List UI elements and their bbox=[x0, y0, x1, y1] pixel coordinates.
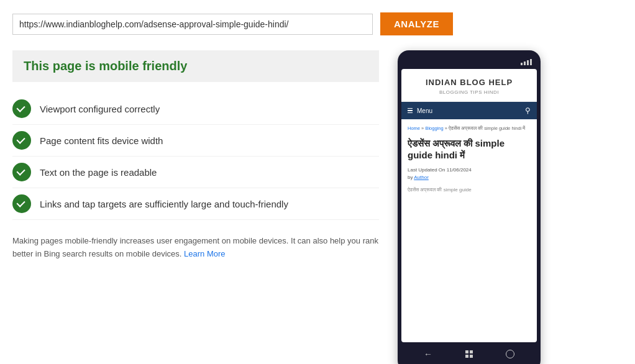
article-title: ऐडसेंस अप्रूवल की simple guide hindi में bbox=[408, 137, 531, 162]
article-by: by bbox=[408, 175, 413, 180]
phone-top-bar bbox=[401, 57, 537, 69]
phone-bottom-bar: ← bbox=[401, 342, 537, 363]
left-panel: This page is mobile friendly Viewport co… bbox=[12, 50, 379, 261]
breadcrumb: Home » Blogging » ऐडसेंस अप्रूवल की simp… bbox=[408, 125, 531, 132]
check-label-text: Text on the page is readable bbox=[40, 167, 157, 178]
check-icon-links bbox=[12, 194, 31, 213]
hamburger-icon bbox=[408, 108, 413, 114]
breadcrumb-current: ऐडसेंस अप्रूवल की simple guide hindi में bbox=[449, 125, 525, 131]
page-content: Home » Blogging » ऐडसेंस अप्रूवल की simp… bbox=[401, 119, 537, 199]
windows-icon bbox=[465, 350, 473, 358]
url-input[interactable]: https://www.indianbloghelp.com/adsense-a… bbox=[12, 14, 373, 35]
back-button[interactable]: ← bbox=[421, 347, 436, 362]
check-label-links: Links and tap targets are sufficiently l… bbox=[40, 199, 288, 209]
site-title: INDIAN BLOG HELP bbox=[408, 78, 531, 87]
windows-button[interactable] bbox=[462, 347, 477, 362]
signal-icon bbox=[521, 59, 532, 65]
breadcrumb-home[interactable]: Home bbox=[408, 125, 420, 131]
learn-more-link[interactable]: Learn More bbox=[184, 249, 225, 258]
check-label-viewport: Viewport configured correctly bbox=[40, 104, 160, 114]
top-bar: https://www.indianbloghelp.com/adsense-a… bbox=[12, 12, 623, 35]
check-icon-viewport bbox=[12, 99, 31, 118]
check-icon-text bbox=[12, 163, 31, 181]
check-item-viewport: Viewport configured correctly bbox=[12, 93, 379, 125]
search-button[interactable] bbox=[503, 347, 518, 362]
menu-label: Menu bbox=[417, 107, 432, 114]
analyze-button[interactable]: ANALYZE bbox=[380, 12, 453, 35]
nav-bar: Menu ⚲ bbox=[401, 102, 537, 119]
search-circle-icon bbox=[506, 350, 514, 358]
check-item-links: Links and tap targets are sufficiently l… bbox=[12, 188, 379, 220]
phone-mockup: INDIAN BLOG HELP BLOGGING TIPS HINDI Men… bbox=[398, 50, 541, 364]
article-preview-text: ऐडसेंस अप्रूवल की simple guide bbox=[408, 186, 531, 193]
article-meta: Last Updated On 11/06/2024 by Author bbox=[408, 166, 531, 181]
check-label-content: Page content fits device width bbox=[40, 135, 163, 146]
nav-menu[interactable]: Menu bbox=[408, 107, 432, 114]
breadcrumb-blogging[interactable]: Blogging bbox=[425, 125, 443, 131]
back-arrow-icon: ← bbox=[424, 349, 432, 359]
info-text: Making pages mobile-friendly increases u… bbox=[12, 235, 379, 261]
check-item-text: Text on the page is readable bbox=[12, 157, 379, 188]
check-icon-content bbox=[12, 131, 31, 150]
article-author-link[interactable]: Author bbox=[414, 175, 429, 180]
result-header: This page is mobile friendly bbox=[12, 50, 379, 82]
site-subtitle: BLOGGING TIPS HINDI bbox=[408, 89, 531, 95]
site-header: INDIAN BLOG HELP BLOGGING TIPS HINDI bbox=[401, 69, 537, 102]
check-item-content: Page content fits device width bbox=[12, 125, 379, 157]
checks-list: Viewport configured correctly Page conte… bbox=[12, 93, 379, 220]
article-updated: Last Updated On 11/06/2024 bbox=[408, 167, 472, 173]
phone-screen: INDIAN BLOG HELP BLOGGING TIPS HINDI Men… bbox=[401, 69, 537, 342]
result-title: This page is mobile friendly bbox=[24, 59, 187, 73]
main-content: This page is mobile friendly Viewport co… bbox=[12, 50, 623, 364]
search-icon[interactable]: ⚲ bbox=[525, 106, 531, 115]
